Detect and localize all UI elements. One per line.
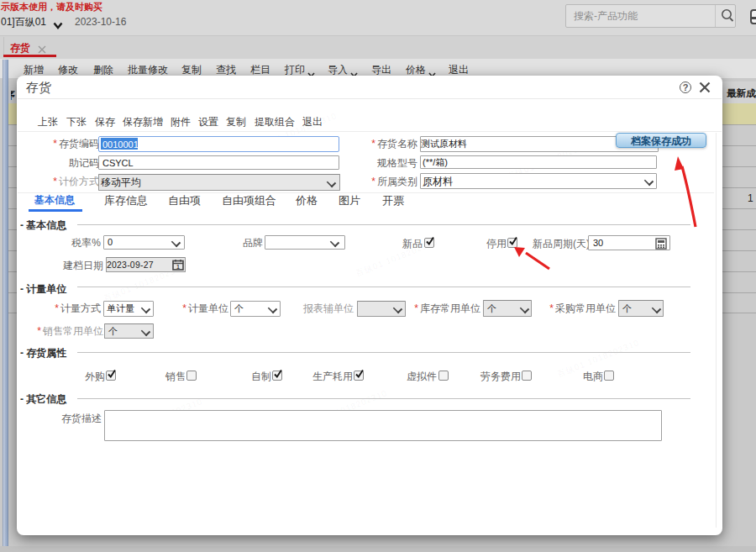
svg-text:1: 1	[176, 264, 180, 270]
